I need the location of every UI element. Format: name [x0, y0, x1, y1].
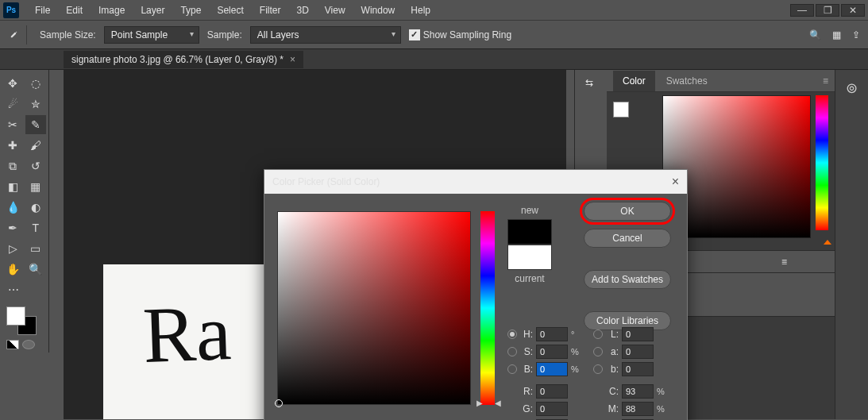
- zoom-tool-icon[interactable]: 🔍: [25, 260, 47, 279]
- crop-tool-icon[interactable]: ✂: [2, 115, 24, 134]
- menu-filter[interactable]: Filter: [252, 2, 289, 19]
- s-input[interactable]: 0: [536, 345, 568, 359]
- l-label: L:: [606, 329, 619, 340]
- panel-collapse-icon[interactable]: ⇆: [575, 75, 604, 91]
- radio-h[interactable]: [507, 329, 517, 339]
- bl-input[interactable]: 0: [622, 362, 654, 376]
- sample-size-label: Sample Size:: [40, 29, 96, 40]
- path-select-tool-icon[interactable]: ▷: [2, 239, 24, 258]
- default-colors-icon[interactable]: [6, 340, 19, 349]
- menu-layer[interactable]: Layer: [133, 2, 172, 19]
- current-color-swatch[interactable]: [507, 245, 552, 270]
- tab-color[interactable]: Color: [613, 71, 655, 91]
- cc-library-strip: ⊚: [835, 70, 868, 419]
- radio-b[interactable]: [507, 364, 517, 374]
- sample-size-dropdown[interactable]: Point Sample: [104, 26, 199, 44]
- dialog-titlebar[interactable]: Color Picker (Solid Color) ×: [264, 170, 687, 194]
- radio-bl[interactable]: [593, 364, 603, 374]
- b-label: B:: [520, 364, 533, 375]
- color-picker-dialog: Color Picker (Solid Color) × ▶ ◀ new cur…: [264, 169, 688, 420]
- workspace-icon[interactable]: ▦: [832, 29, 841, 40]
- hue-pointer-right-icon: ◀: [495, 399, 501, 407]
- window-minimize-icon[interactable]: —: [790, 4, 814, 17]
- sv-picker-indicator-icon: [275, 399, 283, 407]
- move-tool-icon[interactable]: ✥: [2, 74, 24, 93]
- extra-tool-icon[interactable]: ⋯: [2, 280, 25, 299]
- eyedropper-tool-icon[interactable]: ✎: [25, 115, 47, 134]
- document-tab-row: signature photo 3.jpg @ 66.7% (Layer 0, …: [0, 49, 868, 70]
- panel-menu-icon[interactable]: ≡: [823, 75, 828, 87]
- menu-edit[interactable]: Edit: [58, 2, 91, 19]
- m-unit: %: [657, 404, 668, 414]
- cc-libraries-icon[interactable]: ⊚: [846, 79, 858, 97]
- type-tool-icon[interactable]: T: [25, 218, 47, 237]
- new-color-label: new: [507, 205, 552, 216]
- quick-mask-icon[interactable]: [22, 340, 35, 349]
- menu-help[interactable]: Help: [403, 2, 438, 19]
- menu-window[interactable]: Window: [353, 2, 403, 19]
- eraser-tool-icon[interactable]: ◧: [2, 177, 24, 196]
- document-tab-title: signature photo 3.jpg @ 66.7% (Layer 0, …: [71, 54, 284, 65]
- c-unit: %: [657, 387, 668, 396]
- gradient-tool-icon[interactable]: ▦: [25, 177, 47, 196]
- b-input[interactable]: 0: [536, 362, 568, 376]
- color-panel-fg-swatch[interactable]: [613, 102, 629, 118]
- show-sampling-ring-checkbox[interactable]: ✓: [409, 29, 420, 40]
- eyedropper-tool-icon[interactable]: [8, 25, 27, 44]
- a-input[interactable]: 0: [622, 345, 654, 359]
- radio-s[interactable]: [507, 347, 517, 356]
- menu-file[interactable]: File: [27, 2, 58, 19]
- saturation-brightness-field[interactable]: [277, 211, 471, 405]
- radio-l[interactable]: [593, 329, 603, 339]
- stamp-tool-icon[interactable]: ⧉: [2, 156, 24, 175]
- document-tab-close-icon[interactable]: ×: [290, 54, 295, 65]
- menu-select[interactable]: Select: [209, 2, 251, 19]
- cancel-button[interactable]: Cancel: [584, 229, 671, 248]
- hue-pointer-left-icon: ▶: [476, 399, 483, 407]
- share-icon[interactable]: ⇪: [852, 29, 860, 40]
- sample-dropdown[interactable]: All Layers: [250, 26, 401, 44]
- r-input[interactable]: 0: [536, 384, 568, 399]
- blur-tool-icon[interactable]: 💧: [2, 198, 24, 217]
- bl-label: b:: [606, 364, 619, 375]
- dodge-tool-icon[interactable]: ◐: [25, 198, 47, 217]
- dialog-close-icon[interactable]: ×: [672, 175, 679, 189]
- add-to-swatches-button[interactable]: Add to Swatches: [584, 270, 671, 289]
- menu-type[interactable]: Type: [172, 2, 209, 19]
- window-restore-icon[interactable]: ❐: [816, 4, 839, 17]
- l-input[interactable]: 0: [622, 327, 654, 341]
- hand-tool-icon[interactable]: ✋: [2, 260, 24, 279]
- current-color-label: current: [507, 273, 552, 284]
- m-input[interactable]: 88: [622, 402, 654, 416]
- b-unit: %: [571, 364, 582, 374]
- m-label: M:: [606, 403, 619, 414]
- radio-a[interactable]: [593, 347, 603, 356]
- h-input[interactable]: 0: [536, 327, 568, 341]
- fg-bg-swatches[interactable]: [2, 305, 46, 337]
- tab-swatches[interactable]: Swatches: [657, 71, 717, 91]
- options-bar: Sample Size: Point Sample Sample: All La…: [0, 21, 868, 49]
- hue-slider[interactable]: [480, 211, 495, 405]
- panel-menu-icon[interactable]: ≡: [781, 256, 787, 268]
- lasso-tool-icon[interactable]: ☄: [2, 94, 24, 114]
- ok-button[interactable]: OK: [584, 202, 671, 221]
- quick-select-tool-icon[interactable]: ✮: [25, 94, 47, 114]
- color-panel-hue-slider[interactable]: [816, 95, 828, 230]
- marquee-tool-icon[interactable]: ◌: [25, 74, 47, 93]
- window-close-icon[interactable]: ✕: [841, 4, 865, 17]
- c-input[interactable]: 93: [622, 384, 654, 399]
- menu-image[interactable]: Image: [91, 2, 133, 19]
- heal-tool-icon[interactable]: ✚: [2, 136, 24, 155]
- signature-text: Ra: [141, 287, 233, 381]
- menu-3d[interactable]: 3D: [288, 2, 316, 19]
- pen-tool-icon[interactable]: ✒: [2, 218, 24, 237]
- brush-tool-icon[interactable]: 🖌: [25, 136, 47, 155]
- g-input[interactable]: 0: [536, 402, 568, 416]
- search-icon[interactable]: 🔍: [809, 29, 821, 40]
- menu-view[interactable]: View: [317, 2, 353, 19]
- shape-tool-icon[interactable]: ▭: [25, 239, 47, 258]
- r-label: R:: [520, 386, 533, 397]
- foreground-color-swatch[interactable]: [6, 306, 25, 326]
- history-brush-tool-icon[interactable]: ↺: [25, 156, 47, 175]
- document-tab[interactable]: signature photo 3.jpg @ 66.7% (Layer 0, …: [64, 51, 303, 68]
